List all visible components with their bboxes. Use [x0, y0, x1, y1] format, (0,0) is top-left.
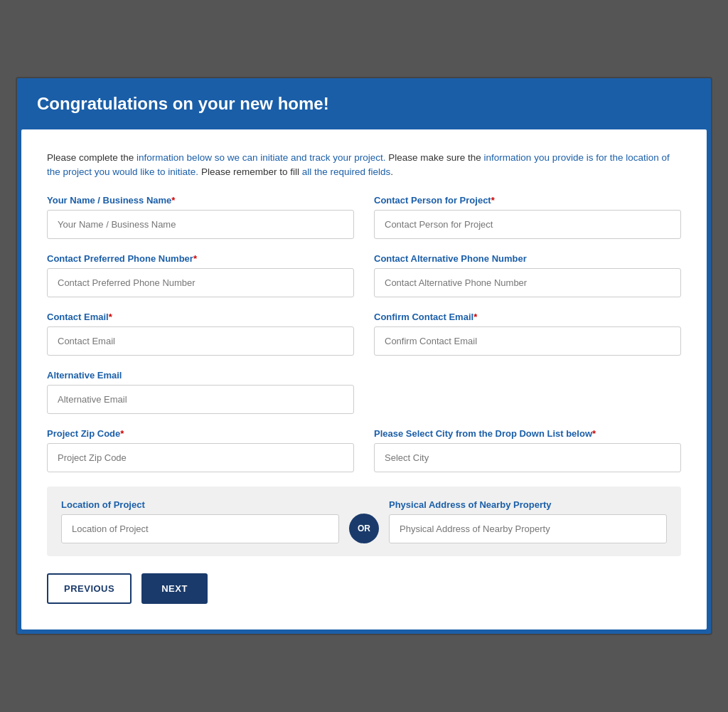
input-city[interactable] [374, 443, 681, 472]
group-zip: Project Zip Code* [47, 428, 354, 472]
label-confirm-email: Confirm Contact Email* [374, 312, 681, 322]
intro-paragraph: Please complete the information below so… [47, 151, 681, 180]
location-section: Location of Project OR Physical Address … [47, 487, 681, 556]
location-row: Location of Project OR Physical Address … [61, 499, 667, 543]
main-content: Please complete the information below so… [21, 129, 707, 630]
row-zip-city: Project Zip Code* Please Select City fro… [47, 428, 681, 472]
input-nearby[interactable] [389, 514, 667, 543]
group-alt-phone: Contact Alternative Phone Number [374, 253, 681, 297]
row-emails: Contact Email* Confirm Contact Email* [47, 312, 681, 356]
label-city: Please Select City from the Drop Down Li… [374, 428, 681, 439]
label-nearby: Physical Address of Nearby Property [389, 499, 667, 510]
group-preferred-phone: Contact Preferred Phone Number* [47, 253, 354, 297]
label-alt-phone: Contact Alternative Phone Number [374, 253, 681, 264]
group-contact-person: Contact Person for Project* [374, 195, 681, 239]
input-location[interactable] [61, 514, 339, 543]
intro-highlight-3: all the required fields [302, 166, 391, 177]
label-contact-email: Contact Email* [47, 312, 354, 322]
intro-highlight-1: information below so we can initiate and… [136, 152, 385, 163]
input-alt-email[interactable] [47, 385, 354, 414]
input-confirm-email[interactable] [374, 326, 681, 356]
label-zip: Project Zip Code* [47, 428, 354, 439]
label-location: Location of Project [61, 499, 339, 510]
group-nearby: Physical Address of Nearby Property [389, 499, 667, 543]
row-name-contact: Your Name / Business Name* Contact Perso… [47, 195, 681, 239]
input-contact-email[interactable] [47, 326, 354, 356]
input-alt-phone[interactable] [374, 268, 681, 297]
group-empty-spacer [374, 370, 681, 414]
group-city: Please Select City from the Drop Down Li… [374, 428, 681, 472]
page-wrapper: Congratulations on your new home! Please… [16, 77, 712, 636]
group-your-name: Your Name / Business Name* [47, 195, 354, 239]
label-contact-person: Contact Person for Project* [374, 195, 681, 206]
label-your-name: Your Name / Business Name* [47, 195, 354, 206]
label-preferred-phone: Contact Preferred Phone Number* [47, 253, 354, 264]
group-contact-email: Contact Email* [47, 312, 354, 356]
or-divider: OR [349, 514, 379, 543]
header-banner: Congratulations on your new home! [17, 78, 711, 129]
row-phones: Contact Preferred Phone Number* Contact … [47, 253, 681, 297]
header-title: Congratulations on your new home! [37, 94, 691, 114]
group-alt-email: Alternative Email [47, 370, 354, 414]
label-alt-email: Alternative Email [47, 370, 354, 381]
buttons-row: PREVIOUS NEXT [47, 573, 681, 604]
input-preferred-phone[interactable] [47, 268, 354, 297]
group-location: Location of Project [61, 499, 339, 543]
row-alt-email: Alternative Email [47, 370, 681, 414]
input-your-name[interactable] [47, 210, 354, 239]
previous-button[interactable]: PREVIOUS [47, 573, 132, 604]
input-zip[interactable] [47, 443, 354, 472]
input-contact-person[interactable] [374, 210, 681, 239]
group-confirm-email: Confirm Contact Email* [374, 312, 681, 356]
next-button[interactable]: NEXT [141, 573, 208, 604]
